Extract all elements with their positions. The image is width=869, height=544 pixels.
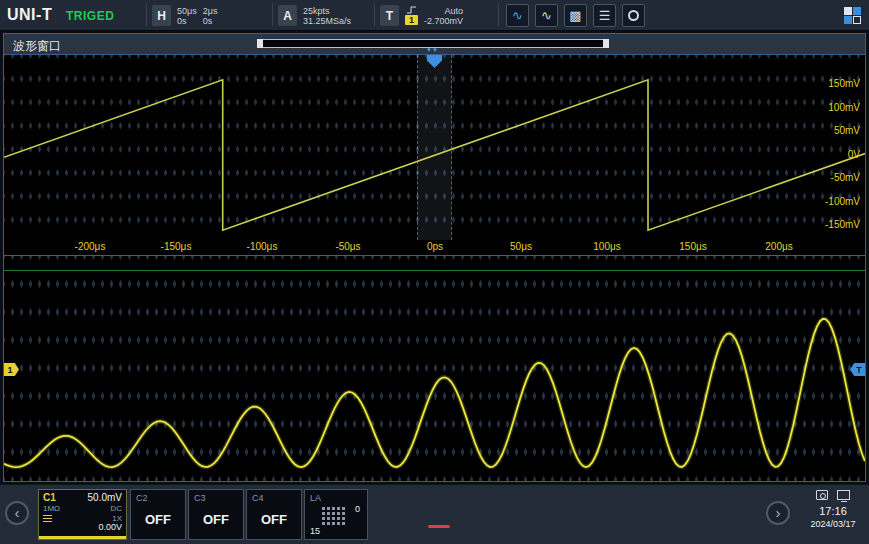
logic-analyzer-box[interactable]: LA 0 15 bbox=[304, 489, 368, 540]
scroll-left-button[interactable]: ‹ bbox=[5, 501, 29, 525]
expand-arrows-icon: ▼▼ bbox=[426, 47, 438, 53]
ch1-id: C1 bbox=[43, 492, 56, 503]
window-title: 波形窗口 bbox=[13, 38, 61, 55]
sample-rate-value: 31.25MSa/s bbox=[303, 16, 351, 26]
voltage-label: -150mV bbox=[825, 219, 860, 230]
trigger-level-value: -2.700mV bbox=[424, 16, 463, 26]
divider bbox=[498, 3, 499, 26]
time-label: -50μs bbox=[335, 241, 360, 252]
channel3-box[interactable]: C3 OFF bbox=[188, 489, 244, 540]
divider bbox=[272, 3, 273, 26]
time-label: 150μs bbox=[679, 241, 706, 252]
divider bbox=[374, 3, 375, 26]
trigger-mode-value: Auto bbox=[445, 6, 464, 16]
a-key-label: A bbox=[278, 5, 297, 26]
channel4-box[interactable]: C4 OFF bbox=[246, 489, 302, 540]
layout-square bbox=[853, 7, 861, 15]
wave-glyph: ∿ bbox=[512, 8, 523, 23]
xy-mode-icon[interactable]: ▩ bbox=[564, 4, 587, 27]
h-key-label: H bbox=[152, 5, 171, 26]
acquire-menu-button[interactable]: A 25kpts 31.25MSa/s bbox=[278, 0, 351, 31]
time-label: 0ps bbox=[427, 241, 443, 252]
voltage-label: 150mV bbox=[828, 78, 860, 89]
t-key-label: T bbox=[380, 5, 399, 26]
top-bar: UNI-T TRIGED H 50μs 0s 2μs 0s A 25kpts 3… bbox=[0, 0, 869, 31]
time-label: 100μs bbox=[593, 241, 620, 252]
channel2-box[interactable]: C2 OFF bbox=[130, 489, 186, 540]
rising-edge-icon bbox=[407, 6, 417, 14]
time-label: -100μs bbox=[247, 241, 278, 252]
layout-square bbox=[844, 16, 852, 24]
menu-list-icon[interactable]: ☰ bbox=[593, 4, 616, 27]
digital-channels-icon bbox=[322, 507, 345, 525]
voltage-label: -50mV bbox=[831, 172, 860, 183]
la-high-channel: 0 bbox=[355, 504, 360, 514]
sawtooth-trace bbox=[4, 55, 865, 240]
waveform-window: 波形窗口 ▼▼ 150mV 100mV 50mV 0V -50mV -100mV… bbox=[3, 33, 866, 482]
voltage-label: 100mV bbox=[828, 102, 860, 113]
coupling-icon bbox=[43, 515, 52, 522]
scroll-right-button[interactable]: › bbox=[766, 501, 790, 525]
trigger-menu-button[interactable]: T 1 Auto -2.700mV bbox=[380, 0, 463, 31]
cursor-waveform-icon[interactable]: ∿ bbox=[535, 4, 558, 27]
la-low-channel: 15 bbox=[310, 526, 320, 536]
active-channel-indicator bbox=[39, 536, 126, 539]
layout-square bbox=[853, 16, 861, 24]
ch1-impedance: 1MΩ bbox=[43, 504, 60, 513]
trigger-status-label: TRIGED bbox=[66, 9, 114, 23]
layout-square bbox=[844, 7, 852, 15]
channel1-box[interactable]: C1 50.0mV 1MΩ DC 1X 0.00V bbox=[38, 489, 127, 540]
voltage-label: -100mV bbox=[825, 196, 860, 207]
time-display: 17:16 bbox=[800, 505, 866, 517]
main-timebase-value: 50μs bbox=[177, 6, 197, 16]
date-display: 2024/03/17 bbox=[800, 519, 866, 529]
waveform-display-icon[interactable]: ∿ bbox=[506, 4, 529, 27]
ch1-coupling: DC bbox=[110, 504, 122, 513]
search-icon[interactable] bbox=[622, 4, 645, 27]
window-titlebar: 波形窗口 ▼▼ bbox=[4, 34, 865, 55]
sawtooth-polyline bbox=[4, 80, 865, 230]
horizontal-menu-button[interactable]: H 50μs 0s 2μs 0s bbox=[152, 0, 217, 31]
la-id: LA bbox=[310, 493, 321, 503]
zoom-waveform-graph[interactable]: 1 T bbox=[4, 255, 865, 481]
zoom-trace bbox=[4, 256, 865, 481]
zoom-timebase-value: 2μs bbox=[203, 6, 218, 16]
magnifier-glyph bbox=[628, 10, 639, 21]
clock-area[interactable]: 17:16 2024/03/17 bbox=[800, 487, 866, 529]
ch4-state: OFF bbox=[247, 512, 301, 527]
time-label: 50μs bbox=[510, 241, 532, 252]
ch2-id: C2 bbox=[136, 493, 148, 503]
ch1-offset: 0.00V bbox=[98, 522, 122, 532]
voltage-label: 0V bbox=[848, 149, 860, 160]
page-indicator bbox=[428, 525, 450, 528]
voltage-label: 50mV bbox=[834, 125, 860, 136]
ch2-state: OFF bbox=[131, 512, 185, 527]
divider bbox=[146, 3, 147, 26]
ch1-scale: 50.0mV bbox=[88, 492, 122, 503]
monitor-icon bbox=[837, 490, 850, 500]
oscilloscope-screen: UNI-T TRIGED H 50μs 0s 2μs 0s A 25kpts 3… bbox=[0, 0, 869, 544]
memory-depth-value: 25kpts bbox=[303, 6, 351, 16]
brand-logo: UNI-T bbox=[7, 6, 52, 24]
ch4-id: C4 bbox=[252, 493, 264, 503]
ch3-state: OFF bbox=[189, 512, 243, 527]
trigger-source-badge: 1 bbox=[405, 15, 418, 25]
main-offset-value: 0s bbox=[177, 16, 197, 26]
display-layout-icon[interactable] bbox=[844, 7, 861, 24]
main-waveform-graph[interactable]: 150mV 100mV 50mV 0V -50mV -100mV -150mV bbox=[4, 55, 865, 240]
time-label: -150μs bbox=[161, 241, 192, 252]
zoom-offset-value: 0s bbox=[203, 16, 218, 26]
ch3-id: C3 bbox=[194, 493, 206, 503]
screenshot-icon bbox=[816, 490, 828, 500]
time-label: 200μs bbox=[765, 241, 792, 252]
time-axis-labels: -200μs -150μs -100μs -50μs 0ps 50μs 100μ… bbox=[4, 240, 865, 255]
bottom-bar: ‹ C1 50.0mV 1MΩ DC 1X 0.00V C2 OFF C3 OF… bbox=[0, 484, 869, 544]
time-label: -200μs bbox=[75, 241, 106, 252]
